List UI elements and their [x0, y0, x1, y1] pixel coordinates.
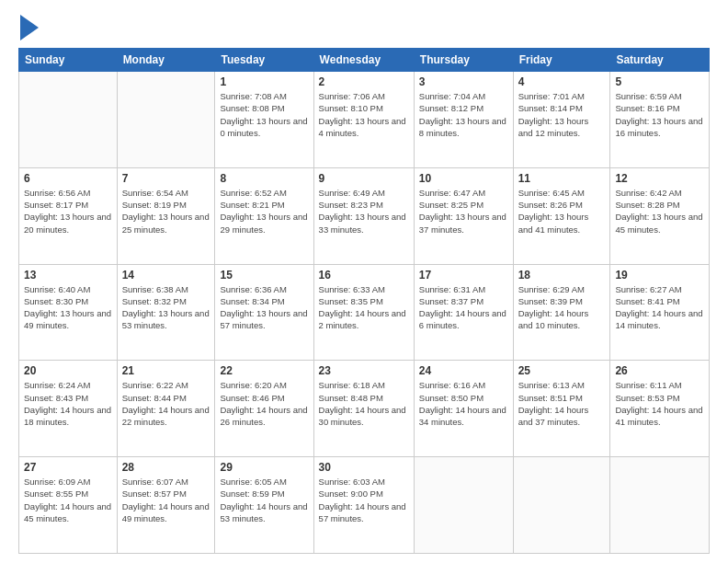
calendar-cell: 21Sunrise: 6:22 AM Sunset: 8:44 PM Dayli…: [117, 361, 215, 457]
day-number: 21: [122, 364, 210, 377]
weekday-header-monday: Monday: [117, 49, 215, 72]
day-number: 30: [319, 461, 409, 474]
day-info: Sunrise: 6:09 AM Sunset: 8:55 PM Dayligh…: [24, 476, 112, 524]
day-number: 16: [319, 269, 409, 282]
calendar-cell: 24Sunrise: 6:16 AM Sunset: 8:50 PM Dayli…: [414, 361, 513, 457]
weekday-header-row: SundayMondayTuesdayWednesdayThursdayFrid…: [19, 49, 710, 72]
calendar-cell: [117, 72, 215, 168]
weekday-header-thursday: Thursday: [414, 49, 513, 72]
day-info: Sunrise: 6:54 AM Sunset: 8:19 PM Dayligh…: [122, 187, 210, 236]
day-info: Sunrise: 6:05 AM Sunset: 8:59 PM Dayligh…: [220, 476, 308, 524]
calendar-cell: [513, 457, 610, 554]
day-info: Sunrise: 7:08 AM Sunset: 8:08 PM Dayligh…: [220, 90, 308, 139]
calendar-cell: 28Sunrise: 6:07 AM Sunset: 8:57 PM Dayli…: [117, 457, 215, 554]
day-info: Sunrise: 6:24 AM Sunset: 8:43 PM Dayligh…: [24, 379, 112, 428]
calendar-cell: 8Sunrise: 6:52 AM Sunset: 8:21 PM Daylig…: [215, 167, 313, 264]
week-row-5: 27Sunrise: 6:09 AM Sunset: 8:55 PM Dayli…: [19, 457, 710, 554]
week-row-3: 13Sunrise: 6:40 AM Sunset: 8:30 PM Dayli…: [19, 264, 710, 361]
day-info: Sunrise: 6:36 AM Sunset: 8:34 PM Dayligh…: [220, 283, 308, 332]
day-number: 8: [220, 172, 308, 185]
calendar-cell: 30Sunrise: 6:03 AM Sunset: 9:00 PM Dayli…: [313, 457, 414, 554]
day-number: 18: [518, 269, 606, 282]
weekday-header-friday: Friday: [513, 49, 610, 72]
calendar-cell: 7Sunrise: 6:54 AM Sunset: 8:19 PM Daylig…: [117, 167, 215, 264]
day-number: 26: [615, 364, 704, 377]
day-info: Sunrise: 6:20 AM Sunset: 8:46 PM Dayligh…: [220, 379, 308, 428]
calendar-cell: 1Sunrise: 7:08 AM Sunset: 8:08 PM Daylig…: [215, 72, 313, 168]
day-number: 27: [24, 461, 112, 474]
day-info: Sunrise: 6:22 AM Sunset: 8:44 PM Dayligh…: [122, 379, 210, 428]
calendar-cell: 13Sunrise: 6:40 AM Sunset: 8:30 PM Dayli…: [19, 264, 118, 361]
calendar-cell: 22Sunrise: 6:20 AM Sunset: 8:46 PM Dayli…: [215, 361, 313, 457]
day-info: Sunrise: 6:03 AM Sunset: 9:00 PM Dayligh…: [319, 476, 409, 524]
day-info: Sunrise: 7:06 AM Sunset: 8:10 PM Dayligh…: [319, 90, 409, 139]
calendar-cell: [414, 457, 513, 554]
day-number: 13: [24, 269, 112, 282]
day-info: Sunrise: 6:49 AM Sunset: 8:23 PM Dayligh…: [319, 187, 409, 236]
calendar-cell: [610, 457, 710, 554]
day-number: 15: [220, 269, 308, 282]
day-info: Sunrise: 7:01 AM Sunset: 8:14 PM Dayligh…: [518, 90, 606, 139]
day-number: 4: [518, 75, 606, 88]
day-number: 9: [319, 172, 409, 185]
calendar-cell: 23Sunrise: 6:18 AM Sunset: 8:48 PM Dayli…: [313, 361, 414, 457]
day-number: 3: [419, 75, 508, 88]
calendar-cell: 5Sunrise: 6:59 AM Sunset: 8:16 PM Daylig…: [610, 72, 710, 168]
day-info: Sunrise: 6:42 AM Sunset: 8:28 PM Dayligh…: [615, 187, 704, 236]
calendar-cell: 2Sunrise: 7:06 AM Sunset: 8:10 PM Daylig…: [313, 72, 414, 168]
calendar-cell: 9Sunrise: 6:49 AM Sunset: 8:23 PM Daylig…: [313, 167, 414, 264]
day-info: Sunrise: 6:07 AM Sunset: 8:57 PM Dayligh…: [122, 476, 210, 524]
day-info: Sunrise: 6:56 AM Sunset: 8:17 PM Dayligh…: [24, 187, 112, 236]
day-number: 10: [419, 172, 508, 185]
day-info: Sunrise: 6:18 AM Sunset: 8:48 PM Dayligh…: [319, 379, 409, 428]
weekday-header-sunday: Sunday: [19, 49, 118, 72]
calendar-cell: 25Sunrise: 6:13 AM Sunset: 8:51 PM Dayli…: [513, 361, 610, 457]
weekday-header-tuesday: Tuesday: [215, 49, 313, 72]
calendar-cell: 16Sunrise: 6:33 AM Sunset: 8:35 PM Dayli…: [313, 264, 414, 361]
calendar-cell: 17Sunrise: 6:31 AM Sunset: 8:37 PM Dayli…: [414, 264, 513, 361]
day-info: Sunrise: 6:27 AM Sunset: 8:41 PM Dayligh…: [615, 283, 704, 332]
day-info: Sunrise: 6:45 AM Sunset: 8:26 PM Dayligh…: [518, 187, 606, 236]
day-info: Sunrise: 6:33 AM Sunset: 8:35 PM Dayligh…: [319, 283, 409, 332]
day-number: 1: [220, 75, 308, 88]
day-number: 6: [24, 172, 112, 185]
svg-marker-0: [20, 15, 39, 40]
day-number: 11: [518, 172, 606, 185]
calendar-cell: 26Sunrise: 6:11 AM Sunset: 8:53 PM Dayli…: [610, 361, 710, 457]
calendar-cell: 15Sunrise: 6:36 AM Sunset: 8:34 PM Dayli…: [215, 264, 313, 361]
calendar-cell: 20Sunrise: 6:24 AM Sunset: 8:43 PM Dayli…: [19, 361, 118, 457]
calendar-cell: 14Sunrise: 6:38 AM Sunset: 8:32 PM Dayli…: [117, 264, 215, 361]
week-row-2: 6Sunrise: 6:56 AM Sunset: 8:17 PM Daylig…: [19, 167, 710, 264]
day-number: 19: [615, 269, 704, 282]
day-number: 24: [419, 364, 508, 377]
day-number: 28: [122, 461, 210, 474]
day-info: Sunrise: 6:13 AM Sunset: 8:51 PM Dayligh…: [518, 379, 606, 428]
day-info: Sunrise: 6:40 AM Sunset: 8:30 PM Dayligh…: [24, 283, 112, 332]
day-info: Sunrise: 6:38 AM Sunset: 8:32 PM Dayligh…: [122, 283, 210, 332]
calendar-cell: 12Sunrise: 6:42 AM Sunset: 8:28 PM Dayli…: [610, 167, 710, 264]
logo-icon: [20, 15, 39, 40]
day-info: Sunrise: 6:11 AM Sunset: 8:53 PM Dayligh…: [615, 379, 704, 428]
calendar-cell: 29Sunrise: 6:05 AM Sunset: 8:59 PM Dayli…: [215, 457, 313, 554]
day-number: 29: [220, 461, 308, 474]
day-info: Sunrise: 6:31 AM Sunset: 8:37 PM Dayligh…: [419, 283, 508, 332]
week-row-4: 20Sunrise: 6:24 AM Sunset: 8:43 PM Dayli…: [19, 361, 710, 457]
day-number: 5: [615, 75, 704, 88]
day-number: 17: [419, 269, 508, 282]
day-number: 23: [319, 364, 409, 377]
day-info: Sunrise: 6:29 AM Sunset: 8:39 PM Dayligh…: [518, 283, 606, 332]
day-number: 25: [518, 364, 606, 377]
logo: [18, 15, 39, 40]
calendar-cell: [19, 72, 118, 168]
page: SundayMondayTuesdayWednesdayThursdayFrid…: [0, 0, 728, 563]
calendar-cell: 6Sunrise: 6:56 AM Sunset: 8:17 PM Daylig…: [19, 167, 118, 264]
day-number: 20: [24, 364, 112, 377]
day-number: 12: [615, 172, 704, 185]
calendar-cell: 19Sunrise: 6:27 AM Sunset: 8:41 PM Dayli…: [610, 264, 710, 361]
day-number: 2: [319, 75, 409, 88]
calendar-cell: 4Sunrise: 7:01 AM Sunset: 8:14 PM Daylig…: [513, 72, 610, 168]
calendar-table: SundayMondayTuesdayWednesdayThursdayFrid…: [18, 48, 710, 554]
week-row-1: 1Sunrise: 7:08 AM Sunset: 8:08 PM Daylig…: [19, 72, 710, 168]
day-info: Sunrise: 6:52 AM Sunset: 8:21 PM Dayligh…: [220, 187, 308, 236]
day-info: Sunrise: 6:59 AM Sunset: 8:16 PM Dayligh…: [615, 90, 704, 139]
